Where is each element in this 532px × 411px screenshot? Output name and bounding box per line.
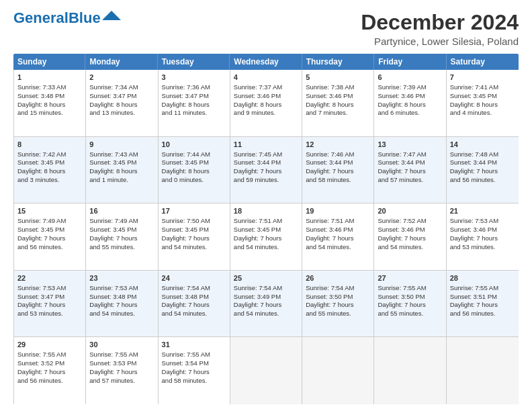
day-info-line: Sunset: 3:44 PM	[234, 158, 298, 167]
day-info-line: Sunset: 3:48 PM	[17, 92, 82, 101]
day-number: 3	[162, 73, 226, 83]
subtitle: Partynice, Lower Silesia, Poland	[361, 36, 519, 47]
day-info-line: Sunrise: 7:49 AM	[89, 217, 154, 226]
calendar-row: 1Sunrise: 7:33 AMSunset: 3:48 PMDaylight…	[14, 70, 519, 137]
day-cell: 5Sunrise: 7:38 AMSunset: 3:46 PMDaylight…	[302, 70, 374, 136]
day-number: 16	[89, 206, 154, 216]
day-info-line: Daylight: 7 hours	[89, 368, 154, 377]
day-info-line: Daylight: 7 hours	[89, 234, 154, 243]
day-info-line: Sunset: 3:47 PM	[89, 92, 154, 101]
day-info-line: Sunset: 3:50 PM	[378, 293, 442, 302]
day-number: 26	[306, 273, 370, 283]
day-info-line: and 53 minutes.	[17, 310, 82, 318]
day-info-line: Daylight: 8 hours	[17, 101, 82, 109]
header-day: Saturday	[447, 54, 519, 70]
day-number: 18	[234, 206, 298, 216]
day-info-line: Sunset: 3:46 PM	[234, 92, 298, 101]
day-info-line: Daylight: 8 hours	[162, 101, 226, 109]
day-info-line: Daylight: 8 hours	[450, 101, 515, 109]
empty-cell	[230, 337, 302, 404]
day-info-line: Sunset: 3:50 PM	[306, 293, 370, 302]
header-day: Sunday	[13, 54, 85, 70]
day-info-line: Sunrise: 7:48 AM	[450, 150, 515, 159]
day-cell: 16Sunrise: 7:49 AMSunset: 3:45 PMDayligh…	[86, 203, 158, 270]
day-info-line: Sunrise: 7:55 AM	[378, 284, 442, 293]
day-info-line: and 57 minutes.	[89, 377, 154, 385]
day-number: 15	[17, 206, 82, 216]
day-number: 20	[378, 206, 442, 216]
day-info-line: Sunset: 3:45 PM	[89, 226, 154, 234]
day-number: 29	[17, 340, 82, 350]
day-info-line: Sunset: 3:45 PM	[17, 226, 82, 234]
day-info-line: and 54 minutes.	[306, 243, 370, 252]
day-info-line: Sunset: 3:49 PM	[234, 293, 298, 302]
day-info-line: Sunrise: 7:55 AM	[89, 351, 154, 359]
day-number: 5	[306, 73, 370, 83]
day-info-line: Sunset: 3:48 PM	[89, 293, 154, 302]
day-number: 4	[234, 73, 298, 83]
day-info-line: and 55 minutes.	[378, 310, 442, 318]
day-cell: 19Sunrise: 7:51 AMSunset: 3:46 PMDayligh…	[302, 203, 374, 270]
day-number: 6	[378, 73, 442, 83]
day-info-line: Daylight: 7 hours	[162, 368, 226, 377]
day-info-line: Sunrise: 7:46 AM	[306, 150, 370, 159]
empty-cell	[374, 337, 446, 404]
day-cell: 20Sunrise: 7:52 AMSunset: 3:46 PMDayligh…	[374, 203, 446, 270]
day-number: 12	[306, 140, 370, 150]
page: GeneralBlue December 2024 Partynice, Low…	[0, 0, 532, 411]
day-info-line: Sunrise: 7:53 AM	[89, 284, 154, 293]
day-info-line: Sunrise: 7:45 AM	[234, 150, 298, 159]
day-info-line: Daylight: 7 hours	[17, 234, 82, 243]
day-info-line: Daylight: 7 hours	[162, 301, 226, 310]
day-info-line: Sunrise: 7:51 AM	[306, 217, 370, 226]
day-info-line: Daylight: 7 hours	[17, 301, 82, 310]
day-info-line: Sunrise: 7:54 AM	[306, 284, 370, 293]
title-block: December 2024 Partynice, Lower Silesia, …	[361, 11, 519, 47]
day-info-line: Daylight: 8 hours	[89, 167, 154, 176]
day-info-line: and 54 minutes.	[234, 310, 298, 318]
main-title: December 2024	[361, 11, 519, 34]
day-cell: 29Sunrise: 7:55 AMSunset: 3:52 PMDayligh…	[14, 337, 86, 404]
day-number: 9	[89, 140, 154, 150]
header-day: Tuesday	[158, 54, 230, 70]
day-cell: 1Sunrise: 7:33 AMSunset: 3:48 PMDaylight…	[14, 70, 86, 136]
day-info-line: and 11 minutes.	[162, 109, 226, 118]
day-info-line: Daylight: 8 hours	[17, 167, 82, 176]
header: GeneralBlue December 2024 Partynice, Low…	[13, 11, 519, 47]
day-number: 31	[162, 340, 226, 350]
day-info-line: Daylight: 7 hours	[306, 167, 370, 176]
day-number: 17	[162, 206, 226, 216]
day-info-line: Sunrise: 7:38 AM	[306, 83, 370, 92]
day-cell: 27Sunrise: 7:55 AMSunset: 3:50 PMDayligh…	[374, 271, 446, 337]
day-number: 11	[234, 140, 298, 150]
day-number: 1	[17, 73, 82, 83]
calendar-row: 15Sunrise: 7:49 AMSunset: 3:45 PMDayligh…	[14, 203, 519, 271]
day-info-line: Daylight: 8 hours	[234, 101, 298, 109]
day-cell: 31Sunrise: 7:55 AMSunset: 3:54 PMDayligh…	[159, 337, 230, 404]
calendar-row: 29Sunrise: 7:55 AMSunset: 3:52 PMDayligh…	[14, 337, 519, 404]
day-info-line: Sunset: 3:47 PM	[17, 293, 82, 302]
day-cell: 25Sunrise: 7:54 AMSunset: 3:49 PMDayligh…	[230, 271, 302, 337]
day-info-line: and 4 minutes.	[450, 109, 515, 118]
day-cell: 2Sunrise: 7:34 AMSunset: 3:47 PMDaylight…	[86, 70, 158, 136]
day-info-line: Sunset: 3:46 PM	[450, 226, 515, 234]
logo: GeneralBlue	[13, 11, 121, 26]
day-number: 19	[306, 206, 370, 216]
day-number: 2	[89, 73, 154, 83]
day-info-line: Sunset: 3:48 PM	[162, 293, 226, 302]
day-info-line: Sunset: 3:45 PM	[162, 158, 226, 167]
day-info-line: and 55 minutes.	[89, 243, 154, 252]
day-info-line: Sunset: 3:46 PM	[306, 226, 370, 234]
day-info-line: Daylight: 7 hours	[17, 368, 82, 377]
day-info-line: Sunset: 3:44 PM	[450, 158, 515, 167]
day-info-line: Sunrise: 7:39 AM	[378, 83, 442, 92]
day-info-line: and 54 minutes.	[378, 243, 442, 252]
day-info-line: and 56 minutes.	[17, 377, 82, 385]
day-info-line: and 58 minutes.	[306, 176, 370, 185]
day-info-line: Daylight: 7 hours	[234, 301, 298, 310]
day-info-line: Sunrise: 7:34 AM	[89, 83, 154, 92]
day-number: 7	[450, 73, 515, 83]
day-number: 8	[17, 140, 82, 150]
day-cell: 28Sunrise: 7:55 AMSunset: 3:51 PMDayligh…	[447, 271, 519, 337]
day-cell: 9Sunrise: 7:43 AMSunset: 3:45 PMDaylight…	[86, 137, 158, 203]
